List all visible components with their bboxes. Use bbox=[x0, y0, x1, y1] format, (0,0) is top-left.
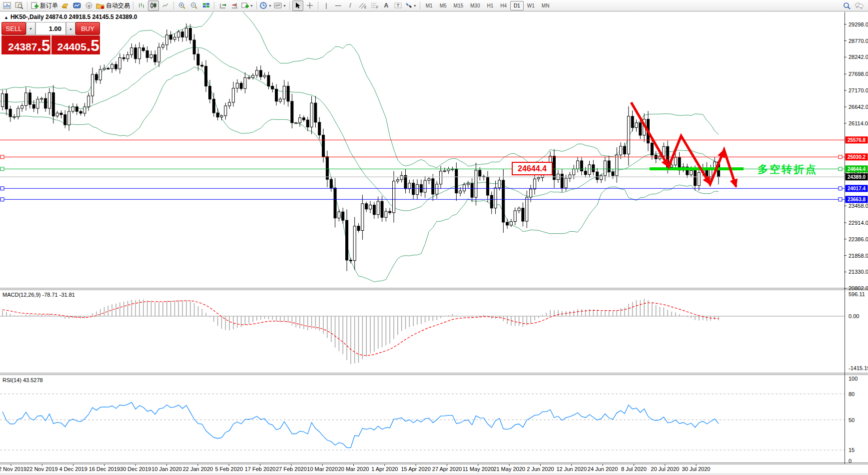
hline-handle[interactable] bbox=[0, 198, 4, 201]
volume-decrease-button[interactable]: ▼ bbox=[26, 22, 35, 35]
collapse-marker-icon[interactable]: ▲ bbox=[4, 15, 8, 20]
fibonacci-tool-icon[interactable]: F bbox=[369, 0, 380, 11]
hline-handle[interactable] bbox=[0, 187, 4, 190]
new-order-button[interactable]: 新订单 bbox=[30, 0, 58, 11]
timeframe-m1[interactable]: M1 bbox=[422, 1, 436, 10]
toolbar-separator bbox=[289, 1, 290, 9]
candle-body bbox=[506, 222, 509, 225]
line-chart-icon[interactable] bbox=[160, 0, 171, 11]
candle-body bbox=[240, 83, 242, 88]
autotrading-button[interactable]: 自动交易 bbox=[95, 0, 130, 11]
sell-button[interactable]: SELL bbox=[1, 22, 26, 35]
text-label-tool-icon[interactable]: T bbox=[393, 0, 404, 11]
candle-body bbox=[342, 212, 344, 220]
toolbar-separator bbox=[420, 1, 420, 9]
price-callout-label[interactable]: 24644.4 bbox=[512, 162, 553, 175]
new-chart-window-icon[interactable] bbox=[1, 0, 12, 11]
candle-body bbox=[40, 98, 43, 99]
cursor-tool-icon[interactable] bbox=[292, 0, 303, 11]
axes: 29298.028770.028242.027698.027170.026642… bbox=[0, 12, 868, 466]
volume-input[interactable]: 1.00 bbox=[35, 22, 66, 35]
buy-price-main: 24405 bbox=[57, 40, 86, 53]
candle-body bbox=[443, 171, 446, 172]
auto-scroll-icon[interactable] bbox=[217, 0, 228, 11]
hline-handle[interactable] bbox=[839, 167, 842, 171]
zoom-out-icon[interactable] bbox=[188, 0, 199, 11]
hline-handle[interactable] bbox=[839, 187, 842, 190]
price-tick: 23458.0 bbox=[849, 203, 868, 209]
profiles-icon[interactable] bbox=[13, 0, 24, 11]
hline-handle[interactable] bbox=[0, 167, 4, 171]
candle-body bbox=[134, 48, 137, 59]
template-icon[interactable]: ▼ bbox=[273, 0, 287, 11]
arrows-tool-icon[interactable]: ▼ bbox=[405, 0, 417, 11]
text-tool-icon[interactable]: A bbox=[381, 0, 392, 11]
candle-body bbox=[212, 99, 215, 113]
candle-body bbox=[197, 54, 199, 65]
bar-chart-icon[interactable] bbox=[136, 0, 147, 11]
add-indicator-icon[interactable]: ▼ bbox=[241, 0, 254, 11]
horizontal-line-tool-icon[interactable]: — bbox=[333, 0, 344, 11]
candle-body bbox=[32, 104, 35, 108]
channel-tool-icon[interactable]: E bbox=[357, 0, 368, 11]
candle-body bbox=[338, 212, 340, 218]
chat-icon[interactable] bbox=[854, 0, 865, 11]
signal-icon[interactable]: φ bbox=[83, 0, 94, 11]
chart-canvas[interactable]: 29298.028770.028242.027698.027170.026642… bbox=[0, 0, 868, 475]
candle-body bbox=[439, 171, 442, 184]
timeframe-m30[interactable]: M30 bbox=[467, 1, 483, 10]
hline-handle[interactable] bbox=[0, 155, 4, 159]
candle-body bbox=[252, 75, 254, 77]
volume-increase-button[interactable]: ▲ bbox=[66, 22, 75, 35]
buy-price[interactable]: 24405 .5 bbox=[51, 35, 100, 54]
candle-body bbox=[130, 48, 133, 55]
turning-point-annotation[interactable]: 多空转折点 bbox=[758, 162, 818, 176]
timeframe-m5[interactable]: M5 bbox=[436, 1, 450, 10]
toolbar-separator bbox=[318, 1, 318, 9]
date-axis: 12 Nov 201922 Nov 20194 Dec 201916 Dec 2… bbox=[0, 466, 868, 473]
candle-body bbox=[216, 113, 219, 117]
market-watch-icon[interactable] bbox=[71, 0, 82, 11]
metaeditor-icon[interactable] bbox=[59, 0, 70, 11]
sell-price[interactable]: 24387 .5 bbox=[1, 35, 51, 54]
period-clock-icon[interactable]: ▼ bbox=[259, 0, 272, 11]
timeframe-m15[interactable]: M15 bbox=[450, 1, 467, 10]
candle-body bbox=[627, 116, 630, 154]
timeframe-w1[interactable]: W1 bbox=[524, 1, 538, 10]
candle-body bbox=[193, 40, 195, 54]
candle-body bbox=[408, 183, 411, 189]
candle-body bbox=[208, 86, 211, 99]
candle-body bbox=[694, 170, 696, 185]
svg-text:0: 0 bbox=[849, 458, 852, 464]
hline-handle[interactable] bbox=[839, 198, 842, 201]
svg-text:E: E bbox=[364, 5, 366, 9]
price-pane bbox=[0, 4, 845, 282]
crosshair-tool-icon[interactable] bbox=[304, 0, 315, 11]
svg-text:596.11: 596.11 bbox=[849, 291, 865, 297]
candle-body bbox=[236, 83, 238, 88]
price-badge-text: 25576.8 bbox=[848, 137, 866, 143]
rsi-pane bbox=[0, 394, 845, 450]
candle-body bbox=[600, 176, 602, 180]
buy-button[interactable]: BUY bbox=[75, 22, 100, 35]
date-label: 27 Apr 2020 bbox=[432, 466, 462, 472]
tile-windows-icon[interactable] bbox=[200, 0, 211, 11]
vertical-line-tool-icon[interactable]: | bbox=[321, 0, 332, 11]
candle-body bbox=[115, 64, 117, 69]
timeframe-mn[interactable]: MN bbox=[538, 1, 553, 10]
candle-body bbox=[24, 93, 27, 106]
chart-shift-icon[interactable] bbox=[229, 0, 240, 11]
timeframe-h4[interactable]: H4 bbox=[497, 1, 510, 10]
hline-handle[interactable] bbox=[839, 155, 842, 159]
trendline-tool-icon[interactable]: / bbox=[345, 0, 356, 11]
search-icon[interactable] bbox=[842, 0, 853, 11]
timeframe-h1[interactable]: H1 bbox=[483, 1, 497, 10]
zoom-in-icon[interactable] bbox=[176, 0, 187, 11]
timeframe-d1[interactable]: D1 bbox=[510, 1, 524, 10]
candlestick-chart-icon[interactable] bbox=[148, 0, 159, 11]
candle-body bbox=[396, 180, 399, 181]
candle-body bbox=[330, 179, 332, 188]
candle-body bbox=[181, 32, 184, 37]
candle-body bbox=[259, 70, 262, 77]
candle-body bbox=[569, 175, 571, 178]
